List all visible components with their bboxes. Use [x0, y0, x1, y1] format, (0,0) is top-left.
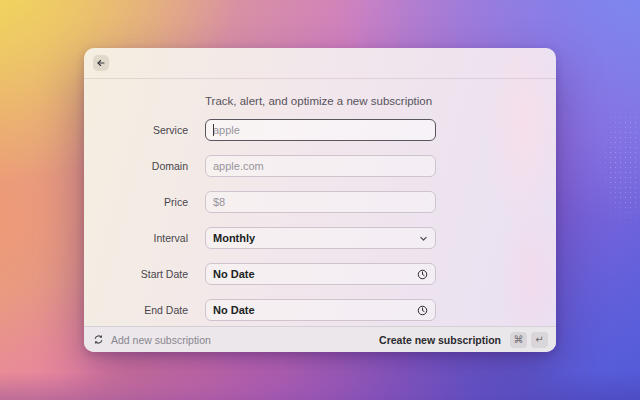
dialog-footer: Add new subscription Create new subscrip… [84, 326, 556, 352]
desktop-background: Track, alert, and optimize a new subscri… [0, 0, 640, 400]
chevron-down-icon [419, 234, 428, 243]
price-field [205, 191, 436, 213]
price-label: Price [84, 196, 188, 208]
service-input[interactable] [206, 120, 435, 140]
interval-value: Monthly [206, 232, 255, 244]
interval-label: Interval [84, 232, 188, 244]
interval-select[interactable]: Monthly [205, 227, 436, 249]
form-row-start-date: Start Date No Date [84, 263, 556, 285]
price-input[interactable] [206, 192, 435, 212]
end-date-label: End Date [84, 304, 188, 316]
start-date-picker[interactable]: No Date [205, 263, 436, 285]
form-row-service: Service [84, 119, 556, 141]
service-field [205, 119, 436, 141]
domain-label: Domain [84, 160, 188, 172]
sync-icon [93, 334, 104, 345]
new-subscription-dialog: Track, alert, and optimize a new subscri… [84, 48, 556, 352]
cmd-key-icon: ⌘ [510, 332, 527, 348]
clock-icon [417, 269, 428, 280]
end-date-picker[interactable]: No Date [205, 299, 436, 321]
form-row-interval: Interval Monthly [84, 227, 556, 249]
dialog-header [84, 48, 556, 79]
arrow-left-icon [96, 58, 106, 68]
service-label: Service [84, 124, 188, 136]
footer-command-label: Add new subscription [111, 334, 211, 346]
dialog-body: Track, alert, and optimize a new subscri… [84, 79, 556, 321]
form-row-price: Price [84, 191, 556, 213]
wallpaper-dot-texture [598, 100, 640, 230]
back-button[interactable] [93, 55, 109, 71]
create-subscription-label: Create new subscription [379, 334, 501, 346]
text-caret [213, 124, 214, 136]
start-date-value: No Date [206, 268, 255, 280]
form-row-domain: Domain [84, 155, 556, 177]
return-key-icon: ↵ [531, 332, 548, 348]
clock-icon [417, 305, 428, 316]
domain-input[interactable] [206, 156, 435, 176]
start-date-label: Start Date [84, 268, 188, 280]
create-subscription-button[interactable]: Create new subscription ⌘ ↵ [379, 332, 548, 348]
dialog-title: Track, alert, and optimize a new subscri… [205, 94, 556, 108]
domain-field [205, 155, 436, 177]
end-date-value: No Date [206, 304, 255, 316]
footer-command-info: Add new subscription [93, 334, 211, 346]
form-row-end-date: End Date No Date [84, 299, 556, 321]
